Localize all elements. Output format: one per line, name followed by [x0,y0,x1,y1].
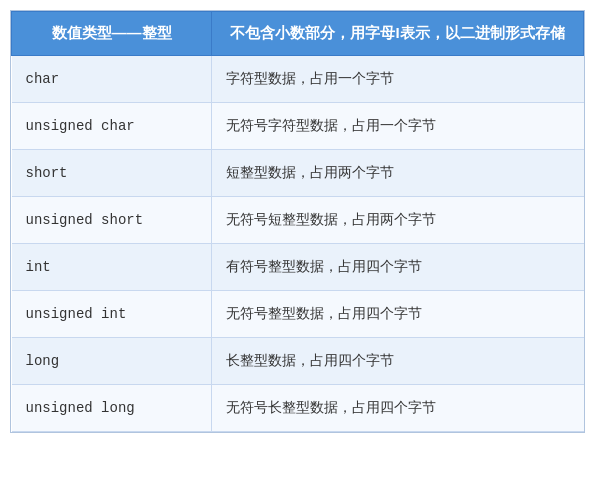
type-cell: short [12,150,212,197]
desc-cell: 短整型数据，占用两个字节 [212,150,584,197]
desc-cell: 长整型数据，占用四个字节 [212,338,584,385]
desc-cell: 无符号长整型数据，占用四个字节 [212,385,584,432]
type-cell: unsigned int [12,291,212,338]
type-cell: char [12,56,212,103]
desc-cell: 无符号字符型数据，占用一个字节 [212,103,584,150]
type-cell: long [12,338,212,385]
header-type-col: 数值类型——整型 [12,12,212,56]
desc-cell: 无符号整型数据，占用四个字节 [212,291,584,338]
type-cell: unsigned char [12,103,212,150]
desc-cell: 有符号整型数据，占用四个字节 [212,244,584,291]
data-types-table: 数值类型——整型 不包含小数部分，用字母I表示，以二进制形式存储 char字符型… [10,10,585,433]
table-row: int有符号整型数据，占用四个字节 [12,244,584,291]
table-row: unsigned long无符号长整型数据，占用四个字节 [12,385,584,432]
table-row: char字符型数据，占用一个字节 [12,56,584,103]
desc-cell: 字符型数据，占用一个字节 [212,56,584,103]
table-header: 数值类型——整型 不包含小数部分，用字母I表示，以二进制形式存储 [12,12,584,56]
header-desc-col: 不包含小数部分，用字母I表示，以二进制形式存储 [212,12,584,56]
desc-cell: 无符号短整型数据，占用两个字节 [212,197,584,244]
table-row: unsigned char无符号字符型数据，占用一个字节 [12,103,584,150]
table-row: short短整型数据，占用两个字节 [12,150,584,197]
type-cell: unsigned long [12,385,212,432]
type-cell: unsigned short [12,197,212,244]
table-row: unsigned int无符号整型数据，占用四个字节 [12,291,584,338]
table-row: long长整型数据，占用四个字节 [12,338,584,385]
type-cell: int [12,244,212,291]
table-row: unsigned short无符号短整型数据，占用两个字节 [12,197,584,244]
